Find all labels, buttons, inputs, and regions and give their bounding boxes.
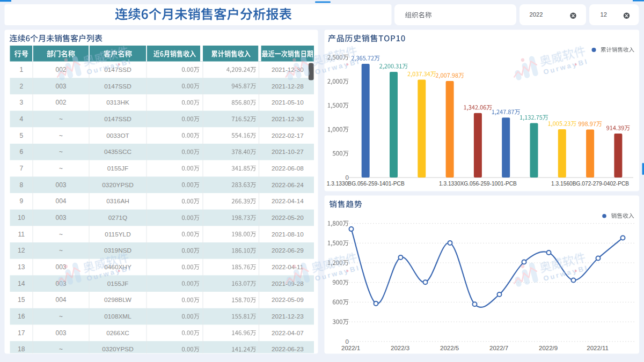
svg-text:004: 004	[55, 296, 66, 304]
svg-text:0155JF: 0155JF	[107, 165, 128, 172]
svg-text:0147SSD: 0147SSD	[104, 115, 131, 123]
svg-text:2022-04-07: 2022-04-07	[272, 329, 304, 336]
svg-text:14: 14	[18, 280, 25, 287]
svg-text:6: 6	[19, 148, 23, 156]
svg-text:0313HK: 0313HK	[106, 99, 129, 106]
svg-text:003: 003	[55, 83, 66, 90]
svg-text:2021-08-10: 2021-08-10	[272, 231, 304, 238]
svg-text:1: 1	[19, 66, 23, 73]
svg-text:0: 0	[346, 174, 349, 181]
svg-text:1.3.1330XG.056-259-1001-PCB: 1.3.1330XG.056-259-1001-PCB	[439, 181, 517, 187]
svg-text:0: 0	[346, 338, 349, 345]
svg-text:12: 12	[18, 247, 25, 254]
svg-text:~: ~	[59, 247, 63, 254]
svg-text:003: 003	[55, 214, 66, 221]
svg-text:4: 4	[19, 115, 23, 123]
svg-text:2022-05-20: 2022-05-20	[272, 214, 304, 221]
svg-text:2022/7: 2022/7	[489, 345, 508, 351]
svg-text:~: ~	[59, 313, 63, 320]
svg-text:2022-06-08: 2022-06-08	[272, 165, 304, 172]
svg-text:2021-12-28: 2021-12-28	[272, 83, 304, 90]
svg-text:2022-06-24: 2022-06-24	[272, 181, 304, 188]
svg-text:2022-06-23: 2022-06-23	[272, 345, 304, 352]
svg-text:2022-06-29: 2022-06-29	[272, 247, 304, 254]
svg-text:~: ~	[59, 231, 63, 238]
svg-text:7: 7	[19, 165, 23, 172]
svg-text:3: 3	[19, 99, 23, 106]
svg-text:13: 13	[18, 263, 25, 271]
svg-text:~: ~	[59, 148, 63, 156]
svg-text:~: ~	[59, 165, 63, 172]
svg-text:0298BLW: 0298BLW	[104, 296, 132, 304]
svg-text:0320YPSD: 0320YPSD	[102, 345, 133, 353]
svg-text:2022/11: 2022/11	[587, 345, 609, 351]
svg-text:0320YPSD: 0320YPSD	[102, 181, 133, 189]
svg-text:0271Q: 0271Q	[108, 214, 127, 221]
svg-text:2021-12-23: 2021-12-23	[272, 313, 304, 320]
svg-text:003: 003	[55, 181, 66, 189]
svg-text:2022-04-11: 2022-04-11	[272, 263, 303, 270]
svg-text:18: 18	[18, 345, 25, 353]
svg-text:17: 17	[18, 329, 25, 337]
svg-text:5: 5	[19, 132, 23, 139]
svg-text:2021-12-30: 2021-12-30	[272, 115, 304, 122]
svg-text:2022-02-17: 2022-02-17	[272, 132, 304, 139]
svg-text:2022-04-14: 2022-04-14	[272, 197, 304, 204]
svg-text:2021-10-27: 2021-10-27	[272, 148, 304, 155]
svg-text:~: ~	[59, 115, 63, 123]
svg-text:0266XC: 0266XC	[106, 329, 129, 337]
svg-text:0155JF: 0155JF	[107, 280, 128, 287]
svg-text:~: ~	[59, 345, 63, 353]
svg-text:0147SSD: 0147SSD	[104, 83, 131, 90]
svg-text:11: 11	[18, 231, 25, 238]
svg-text:2022: 2022	[530, 11, 543, 18]
svg-text:0115YLD: 0115YLD	[105, 231, 130, 238]
svg-text:8: 8	[19, 181, 23, 189]
svg-text:10: 10	[18, 214, 25, 221]
svg-text:2022-05-09: 2022-05-09	[272, 296, 304, 303]
svg-text:003: 003	[55, 329, 66, 337]
svg-text:0316AH: 0316AH	[106, 197, 129, 205]
svg-text:16: 16	[18, 313, 25, 320]
svg-text:0033OT: 0033OT	[106, 132, 129, 139]
svg-text:2: 2	[19, 83, 23, 90]
svg-text:0435SCC: 0435SCC	[104, 148, 132, 156]
svg-text:9: 9	[19, 197, 23, 205]
svg-text:~: ~	[59, 132, 63, 139]
svg-text:0108XML: 0108XML	[104, 313, 131, 320]
svg-text:2022/9: 2022/9	[539, 345, 558, 351]
svg-text:1.3.1330BG.056-259-1401-PCB: 1.3.1330BG.056-259-1401-PCB	[327, 181, 405, 187]
svg-text:2022/5: 2022/5	[440, 345, 459, 351]
svg-text:0319NSD: 0319NSD	[104, 247, 131, 254]
svg-text:002: 002	[55, 99, 66, 106]
svg-text:004: 004	[55, 197, 66, 205]
svg-text:2021-05-10: 2021-05-10	[272, 99, 304, 106]
svg-text:12: 12	[601, 11, 607, 18]
svg-text:2022/3: 2022/3	[391, 345, 409, 351]
svg-text:2022/1: 2022/1	[341, 345, 360, 351]
svg-text:15: 15	[18, 296, 25, 304]
svg-text:1.3.1560BG.072-279-0402-PCB: 1.3.1560BG.072-279-0402-PCB	[551, 181, 629, 187]
